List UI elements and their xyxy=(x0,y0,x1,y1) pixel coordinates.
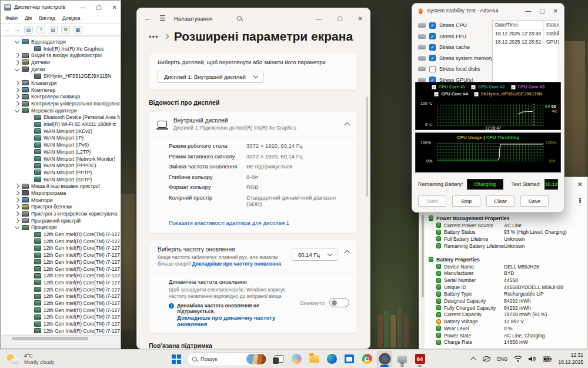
tree-chevron-icon[interactable] xyxy=(15,218,19,223)
legend-item[interactable]: ✓CPU Core #4 xyxy=(434,91,467,97)
bing-daily-image[interactable] xyxy=(246,354,266,364)
tree-item[interactable]: Програмний пристрій xyxy=(1,217,120,224)
tree-item[interactable]: 12th Gen Intel(R) Core(TM) i7-12700H xyxy=(1,327,120,334)
property-row[interactable]: Unique ID44558BYDDELL M59JH28 xyxy=(429,284,570,291)
close-icon[interactable]: ✕ xyxy=(358,15,363,22)
close-icon[interactable]: ✕ xyxy=(112,4,117,11)
aida64-button[interactable]: 64 xyxy=(412,351,427,367)
tree-item[interactable]: Мережеві адаптери xyxy=(1,107,120,114)
checkbox-checked-icon[interactable]: ✓ xyxy=(429,55,436,61)
menu-item-довідка[interactable]: Довідка xyxy=(62,15,81,21)
tree-chevron-icon[interactable] xyxy=(15,87,19,92)
hamburger-menu-icon[interactable]: ☰ xyxy=(159,14,166,22)
tree-item[interactable]: 12th Gen Intel(R) Core(TM) i7-12700H xyxy=(1,320,120,327)
tree-chevron-icon[interactable] xyxy=(15,101,19,106)
search-icon[interactable] xyxy=(237,16,242,21)
tree-item[interactable]: Контролери сховища xyxy=(1,94,120,101)
back-icon[interactable]: ← xyxy=(4,26,11,33)
refresh-rate-learn-link[interactable]: Докладніше про частоту оновлення xyxy=(192,261,282,267)
hidden-icons-chevron[interactable] xyxy=(470,357,476,363)
property-row[interactable]: Device NameDELL M59JH28 xyxy=(429,263,570,270)
tree-item[interactable]: WAN Miniport (L2TP) xyxy=(1,148,120,155)
maximize-icon[interactable]: ▢ xyxy=(337,15,342,22)
legend-item[interactable]: ✓CPU Core #1 xyxy=(432,84,465,89)
refresh-rate-dropdown[interactable]: 60,14 Гц xyxy=(292,248,338,261)
tree-item[interactable]: Вхідні та вихідні аудіопристрої xyxy=(1,52,120,59)
tree-item[interactable]: Монітори xyxy=(1,197,120,204)
tree-item[interactable]: 12th Gen Intel(R) Core(TM) i7-12700H xyxy=(1,279,120,286)
tree-item[interactable]: Пристрої з інтерфейсом користувача xyxy=(1,210,120,217)
property-row[interactable]: Remaining Battery LifetimeUnknown xyxy=(429,243,570,250)
tree-item[interactable]: 12th Gen Intel(R) Core(TM) i7-12700H xyxy=(1,258,120,266)
stress-option[interactable]: Stress local disks xyxy=(418,64,487,75)
tree-chevron-icon[interactable] xyxy=(15,191,19,195)
checkbox-checked-icon[interactable]: ✓ xyxy=(434,92,439,97)
checkbox-checked-icon[interactable]: ✓ xyxy=(429,33,436,39)
tree-chevron-icon[interactable] xyxy=(15,224,19,229)
tree-item[interactable]: Датчики xyxy=(1,59,120,66)
property-row[interactable]: Full Battery LifetimeUnknown xyxy=(429,236,570,243)
stress-option[interactable]: ✓Stress cache xyxy=(418,42,487,53)
menu-item-вигляд[interactable]: Вигляд xyxy=(39,15,55,21)
store-button[interactable] xyxy=(342,351,357,367)
tree-item[interactable]: WAN Miniport (PPTP) xyxy=(1,169,120,176)
minimize-icon[interactable]: — xyxy=(79,4,85,11)
dynamic-refresh-toggle[interactable] xyxy=(329,298,349,307)
tree-item[interactable]: SKHynix_HFS512GEJ9X115N xyxy=(1,72,120,79)
update-driver-icon[interactable]: ▦ xyxy=(74,26,82,34)
checkbox-checked-icon[interactable]: ✓ xyxy=(511,85,516,89)
tree-item[interactable]: 12th Gen Intel(R) Core(TM) i7-12700H xyxy=(1,251,120,258)
forward-icon[interactable]: → xyxy=(14,26,21,33)
tree-item[interactable]: WAN Miniport (PPPOE) xyxy=(1,162,120,169)
properties-icon[interactable]: ▤ xyxy=(49,26,58,34)
tree-chevron-icon[interactable] xyxy=(15,66,19,71)
stop-button[interactable]: Stop xyxy=(452,195,480,207)
property-row[interactable]: Designed Capacity84292 mWh xyxy=(429,297,570,304)
checkbox-unchecked-icon[interactable] xyxy=(429,66,436,72)
checkbox-checked-icon[interactable]: ✓ xyxy=(471,85,476,89)
property-row[interactable]: Battery Status93 % (High Level, Charging… xyxy=(429,228,570,236)
kebab-menu-icon[interactable]: ••• xyxy=(579,198,582,203)
tree-chevron-icon[interactable] xyxy=(15,60,19,65)
help-topics-icon[interactable]: ▤ xyxy=(24,26,33,34)
scan-hardware-icon[interactable]: ⊞ xyxy=(61,26,70,34)
tree-item[interactable]: 12th Gen Intel(R) Core(TM) i7-12700H xyxy=(1,238,120,245)
tree-item[interactable]: 12th Gen Intel(R) Core(TM) i7-12700H xyxy=(1,300,120,307)
maximize-icon[interactable]: ▢ xyxy=(539,8,544,14)
tree-item[interactable]: 12th Gen Intel(R) Core(TM) i7-12700H xyxy=(1,286,120,293)
wifi-icon[interactable] xyxy=(514,356,522,362)
scrollbar[interactable] xyxy=(366,97,368,197)
property-row[interactable]: ManufacturerBYD xyxy=(429,270,570,277)
tree-chevron-icon[interactable] xyxy=(15,81,19,85)
tree-item[interactable]: WAN Miniport (IKEv2) xyxy=(1,128,120,135)
property-row[interactable]: Battery Voltage12.997 V xyxy=(429,318,570,325)
device-manager-button[interactable] xyxy=(395,351,410,367)
tree-item[interactable]: 12th Gen Intel(R) Core(TM) i7-12700H xyxy=(1,272,120,279)
tree-chevron-icon[interactable] xyxy=(15,211,19,216)
property-row[interactable]: Wear Level0 % xyxy=(429,325,570,332)
property-row[interactable]: Serial Number44558 xyxy=(429,277,570,284)
tree-item[interactable]: 12th Gen Intel(R) Core(TM) i7-12700H xyxy=(1,266,120,273)
checkbox-checked-icon[interactable]: ✓ xyxy=(429,44,436,51)
horizontal-scrollbar[interactable] xyxy=(1,335,120,342)
checkbox-checked-icon[interactable]: ✓ xyxy=(474,92,479,97)
minimize-icon[interactable]: — xyxy=(316,15,322,22)
tree-item[interactable]: 12th Gen Intel(R) Core(TM) i7-12700H xyxy=(1,314,120,321)
close-icon[interactable]: ✕ xyxy=(553,8,558,14)
tree-item[interactable]: Intel(R) Iris(R) Xe Graphics xyxy=(1,45,120,52)
stress-option[interactable]: ✓Stress system memory xyxy=(418,53,487,64)
tree-item[interactable]: WAN Miniport (IP) xyxy=(1,135,120,142)
tree-item[interactable]: 12th Gen Intel(R) Core(TM) i7-12700H xyxy=(1,245,120,252)
property-row[interactable]: Fully Charged Capacity84292 mWh xyxy=(429,304,570,311)
stress-option[interactable]: ✓Stress CPU xyxy=(418,20,487,31)
tree-chevron-icon[interactable] xyxy=(15,53,19,58)
tree-chevron-icon[interactable] xyxy=(15,107,19,112)
language-indicator[interactable]: ENG xyxy=(497,356,507,362)
tree-item[interactable]: Клавіатури xyxy=(1,79,120,87)
clock[interactable]: 12:31 18.12.2025 xyxy=(558,352,583,365)
tree-item[interactable]: WAN Miniport (Network Monitor) xyxy=(1,155,120,163)
tree-item[interactable]: Комп'ютер xyxy=(1,87,120,94)
file-explorer-button[interactable] xyxy=(306,351,322,367)
checkbox-checked-icon[interactable]: ✓ xyxy=(429,22,436,29)
minimize-icon[interactable]: — xyxy=(525,8,531,14)
